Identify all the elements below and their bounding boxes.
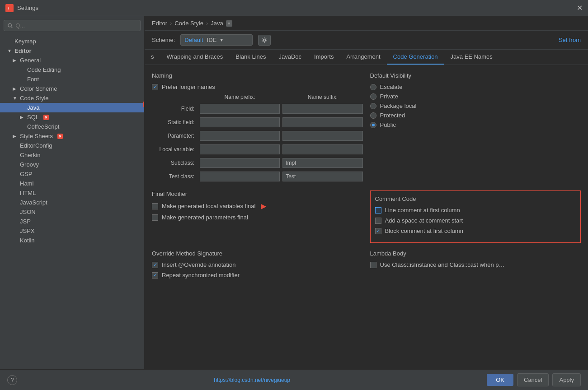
static-field-label: Static field: [152, 119, 197, 125]
sidebar-item-label: Style Sheets [20, 133, 53, 139]
sidebar-item-java[interactable]: Java [0, 103, 144, 112]
local-variable-prefix-input[interactable] [200, 144, 280, 154]
search-input[interactable] [15, 22, 136, 29]
repeat-synchronized-checkbox[interactable] [152, 272, 158, 279]
static-field-row: Static field: [152, 117, 363, 127]
local-variable-suffix-input[interactable] [282, 144, 362, 154]
parameter-prefix-input[interactable] [200, 131, 280, 141]
parameters-final-checkbox[interactable] [152, 214, 158, 221]
sidebar-item-label: EditorConfig [20, 142, 52, 149]
tab-blank-label: Blank Lines [235, 53, 266, 60]
sidebar-item-groovy[interactable]: Groovy [0, 160, 144, 169]
set-from-link[interactable]: Set from [559, 37, 581, 43]
breadcrumb-editor: Editor [152, 20, 167, 27]
subclass-prefix-input[interactable] [200, 158, 280, 168]
sql-badge [43, 115, 49, 120]
pin-icon[interactable] [226, 20, 232, 27]
sidebar: Keymap ▼ Editor ▶ General Code Editing F… [0, 16, 145, 369]
sidebar-item-label: Keymap [14, 38, 36, 45]
use-class-instance-checkbox[interactable] [370, 262, 376, 268]
sidebar-item-kotlin[interactable]: Kotlin [0, 236, 144, 245]
sidebar-item-editor[interactable]: ▼ Editor [0, 46, 144, 56]
tab-wrapping[interactable]: Wrapping and Braces [160, 50, 230, 65]
close-button[interactable]: ✕ [577, 5, 583, 12]
sidebar-item-sql[interactable]: ▶ SQL [0, 112, 144, 122]
protected-radio[interactable] [370, 112, 376, 119]
sidebar-item-coffeescript[interactable]: CoffeeScript [0, 122, 144, 131]
sidebar-item-haml[interactable]: Haml [0, 179, 144, 188]
parameter-row: Parameter: [152, 131, 363, 141]
sidebar-item-jspx[interactable]: JSPX [0, 226, 144, 236]
scheme-chevron-icon: ▼ [219, 37, 224, 42]
tab-indent-label: s [151, 53, 154, 60]
comment-code-section: Comment Code Line comment at first colum… [370, 190, 581, 243]
ok-button[interactable]: OK [487, 374, 513, 386]
insert-override-checkbox[interactable] [152, 262, 158, 268]
repeat-synchronized-label: Repeat synchronized modifier [162, 272, 240, 279]
prefer-longer-checkbox[interactable] [152, 84, 158, 90]
tab-javadoc[interactable]: JavaDoc [273, 50, 308, 65]
scheme-dropdown[interactable]: Default IDE ▼ [180, 34, 253, 46]
block-comment-row: Block comment at first column [375, 228, 576, 234]
tab-java-ee-label: Java EE Names [451, 53, 493, 60]
test-class-prefix-input[interactable] [200, 172, 280, 181]
private-radio[interactable] [370, 93, 376, 100]
escalate-row: Escalate [370, 84, 581, 90]
sidebar-item-gsp[interactable]: GSP [0, 169, 144, 179]
test-class-label: Test class: [152, 173, 197, 180]
tab-blank[interactable]: Blank Lines [229, 50, 272, 65]
sidebar-item-code-style[interactable]: ▼ Code Style [0, 93, 144, 103]
escalate-label: Escalate [380, 84, 403, 90]
parameter-suffix-input[interactable] [282, 131, 362, 141]
public-label: Public [380, 121, 396, 128]
cancel-button[interactable]: Cancel [517, 373, 549, 386]
visibility-section: Default Visibility Escalate Private Pack… [370, 72, 581, 183]
scheme-row: Scheme: Default IDE ▼ Set from [145, 31, 588, 50]
sidebar-item-label: Haml [20, 180, 33, 187]
tab-code-generation[interactable]: Code Generation [387, 50, 444, 65]
escalate-radio[interactable] [370, 84, 376, 90]
sidebar-item-editorconfig[interactable]: EditorConfig [0, 141, 144, 150]
tab-imports[interactable]: Imports [308, 50, 340, 65]
tab-arrangement[interactable]: Arrangement [340, 50, 386, 65]
sidebar-item-json[interactable]: JSON [0, 207, 144, 217]
sidebar-item-general[interactable]: ▶ General [0, 56, 144, 65]
tab-java-ee[interactable]: Java EE Names [444, 50, 499, 65]
search-box[interactable] [4, 20, 141, 31]
field-prefix-input[interactable] [200, 104, 280, 114]
public-radio[interactable] [370, 122, 376, 128]
sidebar-item-color-scheme[interactable]: ▶ Color Scheme [0, 84, 144, 93]
line-comment-row: Line comment at first column [375, 207, 576, 214]
line-comment-checkbox[interactable] [375, 207, 381, 214]
subclass-suffix-input[interactable] [282, 158, 362, 168]
sidebar-item-code-editing[interactable]: Code Editing [0, 65, 144, 74]
gear-button[interactable] [258, 35, 271, 46]
package-local-radio[interactable] [370, 103, 376, 109]
block-comment-checkbox[interactable] [375, 228, 381, 234]
field-row: Field: [152, 104, 363, 114]
sidebar-item-style-sheets[interactable]: ▶ Style Sheets [0, 131, 144, 141]
sidebar-item-keymap[interactable]: Keymap [0, 37, 144, 46]
tab-indent[interactable]: s [145, 50, 160, 65]
static-field-prefix-input[interactable] [200, 117, 280, 127]
tabs: s Wrapping and Braces Blank Lines JavaDo… [145, 50, 588, 65]
sidebar-item-html[interactable]: HTML [0, 188, 144, 198]
test-class-suffix-input[interactable] [282, 172, 362, 181]
use-class-instance-row: Use Class::isInstance and Class::cast wh… [370, 261, 581, 268]
apply-button[interactable]: Apply [552, 373, 581, 386]
local-variable-row: Local variable: [152, 144, 363, 154]
help-button[interactable]: ? [7, 375, 17, 385]
sidebar-item-font[interactable]: Font [0, 74, 144, 84]
sidebar-item-javascript[interactable]: JavaScript [0, 198, 144, 207]
svg-line-3 [11, 26, 13, 28]
add-space-checkbox[interactable] [375, 218, 381, 224]
local-variables-final-label: Make generated local variables final [162, 203, 255, 209]
static-field-suffix-input[interactable] [282, 117, 362, 127]
local-variable-label: Local variable: [152, 146, 197, 153]
sidebar-item-gherkin[interactable]: Gherkin [0, 150, 144, 160]
breadcrumb-code-style: Code Style [174, 20, 203, 27]
general-arrow: ▶ [13, 58, 18, 63]
field-suffix-input[interactable] [282, 104, 362, 114]
sidebar-item-jsp[interactable]: JSP [0, 217, 144, 226]
local-variables-final-checkbox[interactable] [152, 203, 158, 209]
